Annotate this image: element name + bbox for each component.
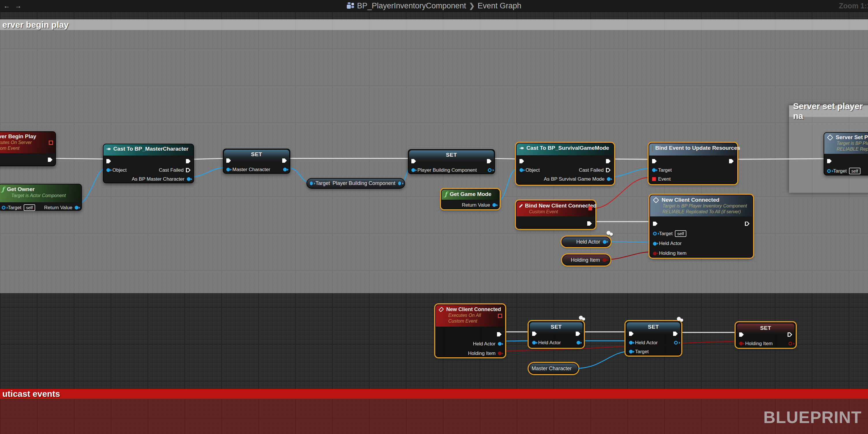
node-new-client-connected-event[interactable]: New Client Connected Executes On All Cus…: [435, 305, 505, 357]
target-pin[interactable]: [827, 169, 831, 173]
self-literal[interactable]: self: [675, 230, 686, 237]
as-cast-pin[interactable]: [187, 177, 191, 181]
target-pin[interactable]: [629, 350, 633, 353]
value-in-pin[interactable]: [226, 168, 230, 171]
wire-exec[interactable]: [191, 158, 224, 159]
exec-in-pin[interactable]: [652, 159, 657, 163]
pin-label: Held Actor: [635, 340, 657, 346]
value-out-pin[interactable]: [788, 342, 792, 345]
node-cast-to-bp-mastercharacter[interactable]: ↠ Cast To BP_MasterCharacter Object Cast…: [103, 144, 194, 183]
node-server-begin-play[interactable]: Server Begin Play Executes On Server Cus…: [0, 131, 56, 166]
wire-exec[interactable]: [53, 158, 104, 159]
pin-label: As BP Survival Game Mode: [544, 176, 604, 182]
breadcrumb-asset[interactable]: BP_PlayerInventoryComponent: [357, 1, 466, 10]
node-title: Get Game Mode: [450, 191, 492, 197]
node-get-game-mode[interactable]: ƒ Get Game Mode Return Value: [441, 189, 500, 209]
value-in-pin[interactable]: [411, 168, 415, 172]
pin-label: Held Actor: [473, 341, 496, 347]
held-actor-pin[interactable]: [653, 242, 657, 245]
value-out-pin[interactable]: [283, 168, 287, 171]
cast-failed-pin[interactable]: [606, 168, 611, 172]
target-pin[interactable]: [2, 206, 5, 209]
node-get-held-actor[interactable]: Held Actor: [562, 237, 611, 247]
value-out-pin[interactable]: [603, 240, 607, 244]
target-pin[interactable]: [310, 181, 313, 185]
value-in-pin[interactable]: [532, 341, 536, 345]
node-new-client-connected-call[interactable]: New Client Connected Target is BP Player…: [650, 195, 753, 258]
node-subtitle: Executes On Server: [0, 140, 52, 145]
wire-data-darkred[interactable]: [603, 252, 650, 260]
value-out-pin[interactable]: [488, 168, 492, 172]
blueprint-editor: erver begin play Server set player na ut…: [0, 0, 868, 434]
exec-in-pin[interactable]: [653, 222, 657, 226]
node-get-owner[interactable]: ƒ Get Owner Target is Actor Component Ta…: [0, 184, 82, 211]
delegate-pin[interactable]: [49, 141, 53, 145]
value-out-pin[interactable]: [398, 181, 401, 185]
forward-icon[interactable]: →: [13, 1, 23, 10]
self-literal[interactable]: self: [849, 168, 860, 174]
held-actor-pin[interactable]: [498, 342, 502, 346]
exec-out-pin[interactable]: [606, 159, 611, 163]
wire-data-blue[interactable]: [604, 242, 651, 242]
node-title: SET: [626, 324, 681, 330]
node-set-holding-item[interactable]: SET Holding Item: [736, 322, 796, 348]
pin-label: Player Building Component: [417, 167, 477, 173]
node-get-player-building-component[interactable]: Target Player Building Component: [306, 178, 405, 189]
delegate-pin[interactable]: [588, 207, 592, 210]
exec-in-pin[interactable]: [827, 159, 832, 163]
node-title: SET: [529, 324, 583, 330]
self-literal[interactable]: self: [24, 204, 35, 211]
node-set-player-building-component[interactable]: SET Player Building Component: [408, 149, 495, 174]
return-value-pin[interactable]: [75, 206, 79, 209]
node-cast-to-bp-survivalgamemode[interactable]: ↠ Cast To BP_SurvivalGameMode Object Cas…: [516, 143, 614, 185]
exec-out-pin[interactable]: [186, 159, 191, 163]
node-bind-new-client-connected[interactable]: Bind New Client Connected Custom Event: [516, 201, 595, 229]
pin-label: Target: [315, 180, 330, 186]
exec-in-pin[interactable]: [520, 159, 524, 163]
wire-exec[interactable]: [732, 159, 827, 159]
back-icon[interactable]: ←: [2, 1, 11, 10]
exec-out-pin[interactable]: [497, 332, 502, 337]
toolbar: ← → BP_PlayerInventoryComponent ❯ Event …: [0, 0, 868, 12]
holding-item-pin[interactable]: [653, 252, 657, 255]
pin-label: Object: [113, 167, 127, 173]
pin-label: Target: [658, 167, 672, 173]
node-title: Server Begin Play: [0, 133, 36, 140]
node-bind-event-to-update-resources[interactable]: Bind Event to Update Resources Target Ev…: [649, 143, 737, 184]
node-get-holding-item[interactable]: Holding Item: [562, 255, 610, 265]
target-pin[interactable]: [653, 232, 657, 235]
value-in-pin[interactable]: [739, 342, 743, 345]
wire-data-blue[interactable]: [574, 351, 631, 369]
node-set-master-character[interactable]: SET Master Character: [223, 149, 290, 174]
wire-data-blue[interactable]: [608, 169, 651, 177]
value-out-pin[interactable]: [674, 341, 678, 345]
object-pin[interactable]: [520, 168, 523, 172]
wire-data-blue[interactable]: [191, 168, 225, 177]
as-cast-pin[interactable]: [607, 177, 611, 181]
pin-label: Object: [526, 167, 540, 173]
exec-in-pin[interactable]: [106, 159, 111, 163]
cast-failed-pin[interactable]: [186, 168, 191, 172]
exec-out-pin[interactable]: [729, 159, 734, 163]
breadcrumb-graph[interactable]: Event Graph: [478, 1, 522, 10]
target-pin[interactable]: [652, 168, 656, 172]
exec-out-pin[interactable]: [745, 222, 749, 226]
object-pin[interactable]: [106, 168, 110, 172]
holding-item-pin[interactable]: [498, 351, 502, 355]
node-server-set-player[interactable]: Server Set Playe Target is BP Playe RELI…: [824, 132, 868, 175]
value-in-pin[interactable]: [629, 341, 633, 345]
value-out-pin[interactable]: [602, 258, 606, 262]
value-out-pin[interactable]: [577, 341, 580, 345]
node-subtitle: Target is Actor Component: [11, 193, 78, 199]
variable-label: Holding Item: [571, 257, 600, 263]
pin-label: Holding Item: [745, 341, 773, 347]
exec-out-pin[interactable]: [48, 157, 53, 162]
node-set-held-actor-2[interactable]: SET Held Actor Target: [625, 321, 681, 355]
event-delegate-pin[interactable]: [652, 177, 656, 181]
node-set-held-actor-1[interactable]: SET Held Actor: [529, 321, 584, 348]
breadcrumb: BP_PlayerInventoryComponent ❯ Event Grap…: [0, 0, 868, 11]
node-get-master-character[interactable]: Master Character: [529, 363, 578, 374]
exec-out-pin[interactable]: [587, 221, 592, 226]
return-value-pin[interactable]: [492, 203, 496, 207]
delegate-pin[interactable]: [498, 314, 502, 318]
